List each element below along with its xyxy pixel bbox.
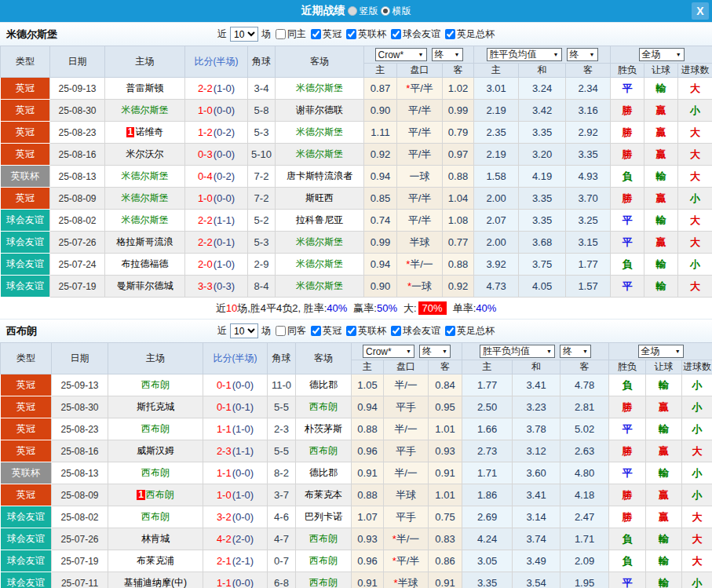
corner-count: 8-4 — [248, 276, 276, 298]
away-team: 巴列卡诺 — [296, 506, 352, 528]
league-checkbox-3[interactable] — [391, 29, 401, 39]
home-team-name: 斯托克城 — [137, 401, 174, 412]
result-handicap: 輸 — [659, 533, 669, 545]
result-outcome: 平 — [623, 82, 633, 94]
result-cell: 大 — [682, 440, 712, 462]
result-cell: 平 — [611, 78, 644, 100]
score-cell: 2-1(2-1) — [203, 550, 268, 572]
summary-games-count: 10 — [226, 302, 237, 314]
handicap-line: 半/一 — [384, 418, 429, 440]
home-team: 米德尔斯堡 — [105, 210, 185, 232]
result-cell: 小 — [682, 462, 712, 484]
match-date: 25-07-19 — [50, 276, 105, 298]
fulltime-score: 4-2 — [217, 533, 232, 545]
avg-odds-select[interactable]: 胜平负均值▼ — [480, 345, 555, 358]
odds-final-select[interactable]: 终▼ — [419, 345, 451, 358]
result-cell: 大 — [678, 122, 712, 144]
same-venue-checkbox[interactable] — [276, 326, 286, 336]
games-count-select[interactable]: 10 — [230, 323, 258, 338]
home-team: 布拉德福德 — [105, 254, 185, 276]
odds-source-select-cell: Crow*▼终▼ — [364, 46, 474, 64]
result-cell: 贏 — [644, 232, 678, 254]
result-outcome: 勝 — [623, 192, 633, 204]
away-team: 西布朗 — [296, 528, 352, 550]
horizontal-layout-radio[interactable]: 横版 — [381, 5, 411, 18]
dropdown-arrow-icon: ▼ — [418, 52, 424, 57]
league-checkbox-4[interactable] — [445, 29, 455, 39]
odds-final-select[interactable]: 终▼ — [432, 48, 463, 61]
result-handicap: 贏 — [659, 511, 669, 523]
league-type-badge: 英冠 — [1, 396, 52, 418]
away-team-name: 西布朗 — [309, 533, 338, 544]
away-team-name: 西布朗 — [309, 577, 338, 588]
league-label: 球会友谊 — [403, 324, 440, 338]
odds-source-select[interactable]: Crow*▼ — [375, 48, 427, 61]
corner-count: 5-10 — [248, 144, 276, 166]
home-odds: 0.74 — [364, 210, 397, 232]
avg-final-select[interactable]: 终▼ — [560, 345, 591, 358]
home-team-name: 布拉德福德 — [122, 258, 169, 269]
avg-home-odds: 4.73 — [474, 276, 519, 298]
match-date: 25-09-13 — [50, 78, 105, 100]
games-suffix-label: 场 — [261, 27, 271, 41]
match-row: 英冠25-09-13普雷斯顿2-2(1-0)3-4米德尔斯堡0.87*平/半1.… — [1, 78, 712, 100]
scope-select[interactable]: 全场▼ — [639, 48, 685, 61]
result-goals: 小 — [692, 423, 703, 435]
subcolumn-header: 进球数 — [678, 64, 712, 78]
subcolumn-header: 客 — [566, 64, 611, 78]
league-checkbox-1[interactable] — [311, 29, 321, 39]
avg-home-odds: 1.71 — [462, 462, 513, 484]
close-button[interactable]: X — [692, 2, 709, 20]
away-team-name: 西布朗 — [309, 445, 338, 456]
result-outcome: 負 — [623, 170, 633, 182]
home-team-name: 西布朗 — [141, 511, 170, 522]
home-team: 林肯城 — [108, 528, 203, 550]
corner-count: 5-3 — [248, 122, 276, 144]
home-team-name: 西布朗 — [146, 489, 174, 500]
league-checkbox-2[interactable] — [346, 29, 356, 39]
line-changed-marker: * — [393, 533, 396, 545]
radio-checked-icon — [381, 6, 390, 16]
avg-draw-odds: 3.49 — [513, 550, 560, 572]
home-odds: 0.99 — [364, 232, 397, 254]
handicap-line: 一球 — [397, 166, 443, 188]
same-venue-checkbox[interactable] — [276, 29, 286, 39]
league-checkbox-3[interactable] — [391, 326, 401, 336]
home-team: 米尔沃尔 — [105, 144, 185, 166]
corner-count: 0-7 — [268, 550, 296, 572]
avg-final-select[interactable]: 终▼ — [567, 48, 598, 61]
same-venue-label: 同主 — [287, 27, 306, 41]
league-checkbox-2[interactable] — [346, 326, 356, 336]
away-odds: 0.88 — [443, 254, 474, 276]
scope-select[interactable]: 全场▼ — [638, 345, 684, 358]
fulltime-score: 2-1 — [217, 555, 232, 567]
avg-away-odds: 3.16 — [566, 100, 611, 122]
league-checkbox-1[interactable] — [311, 326, 321, 336]
team-name: 米德尔斯堡 — [6, 27, 57, 42]
match-row: 球会友谊25-07-24布拉德福德2-0(1-0)2-9米德尔斯堡0.94*半/… — [1, 254, 712, 276]
avg-home-odds: 2.50 — [462, 396, 513, 418]
league-checkbox-4[interactable] — [445, 326, 455, 336]
vertical-layout-radio[interactable]: 竖版 — [348, 5, 378, 18]
result-goals: 大 — [690, 148, 700, 160]
games-count-select[interactable]: 10 — [230, 27, 258, 42]
handicap-line: 半/一 — [384, 462, 429, 484]
avg-odds-select-value: 胜平负均值 — [490, 48, 537, 61]
home-odds: 0.88 — [352, 418, 384, 440]
result-goals: 小 — [692, 379, 703, 391]
league-label: 英冠 — [323, 324, 341, 338]
avg-home-odds: 1.58 — [474, 166, 519, 188]
column-header: 日期 — [52, 343, 108, 374]
home-odds: 1.07 — [352, 506, 384, 528]
league-label: 英足总杯 — [457, 27, 495, 41]
away-team-name: 布莱克本 — [305, 489, 342, 500]
result-goals: 大 — [692, 511, 703, 523]
column-header: 比分(半场) — [203, 343, 268, 374]
avg-draw-odds: 3.74 — [513, 528, 560, 550]
result-cell: 大 — [678, 232, 712, 254]
avg-odds-select[interactable]: 胜平负均值▼ — [487, 48, 562, 61]
league-type-badge: 英冠 — [1, 418, 52, 440]
avg-draw-odds: 3.41 — [513, 484, 560, 506]
odds-source-select[interactable]: Crow*▼ — [363, 345, 414, 358]
fulltime-score: 0-1 — [217, 379, 232, 391]
